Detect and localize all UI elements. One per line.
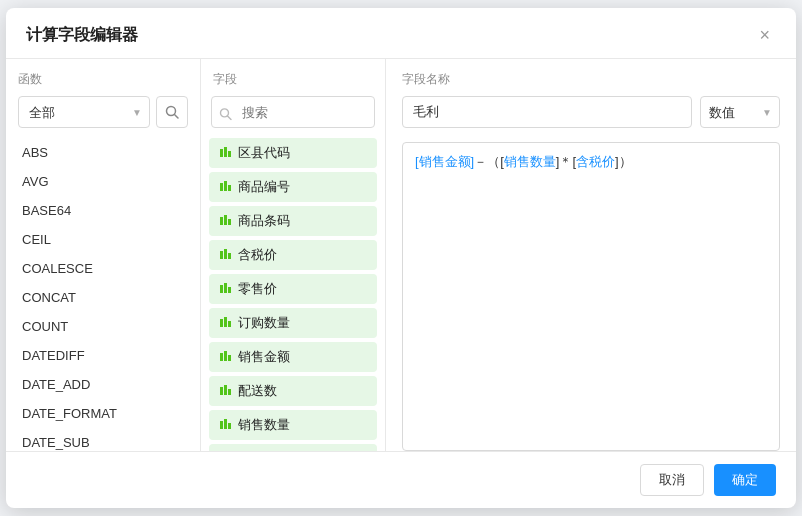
field-item-sales-amount[interactable]: 销售金额 [209,342,377,372]
svg-rect-14 [224,249,227,259]
formula-tax-price[interactable]: 含税价 [576,154,615,169]
formula-text: －（[ [474,154,504,169]
field-item-retail-price[interactable]: 零售价 [209,274,377,304]
field-item-district[interactable]: 区县代码 [209,138,377,168]
computed-field-dialog: 计算字段编辑器 × 函数 全部 数学 字符串 日期 聚合 ▼ [6,8,796,508]
dialog-header: 计算字段编辑器 × [6,8,796,59]
functions-controls: 全部 数学 字符串 日期 聚合 ▼ [6,96,200,138]
function-list: ABS AVG BASE64 CEIL COALESCE CONCAT COUN… [6,138,200,451]
svg-rect-27 [228,389,231,395]
svg-rect-4 [220,149,223,157]
formula-text: ]） [615,154,632,169]
field-list: 区县代码 商品编号 商品条码 [201,138,385,451]
bar-chart-icon [219,247,232,263]
svg-rect-16 [220,285,223,293]
field-search-icon [219,107,232,123]
svg-rect-26 [224,385,227,395]
cancel-button[interactable]: 取消 [640,464,704,496]
func-item-ceil[interactable]: CEIL [6,225,200,254]
svg-rect-10 [220,217,223,225]
bar-chart-icon [219,281,232,297]
svg-rect-22 [220,353,223,361]
field-item-sales-qty[interactable]: 销售数量 [209,410,377,440]
svg-rect-15 [228,253,231,259]
func-item-count[interactable]: COUNT [6,312,200,341]
svg-rect-20 [224,317,227,327]
field-item-longitude[interactable]: 经度 [209,444,377,451]
field-name-label: 字段名称 [402,71,780,88]
func-item-date-sub[interactable]: DATE_SUB [6,428,200,451]
field-name-row: 数值 字符串 日期 布尔 ▼ [402,96,780,128]
field-item-order-qty[interactable]: 订购数量 [209,308,377,338]
fields-panel-label: 字段 [201,71,385,96]
formula-sales-amount[interactable]: [销售金额] [415,154,474,169]
svg-rect-5 [224,147,227,157]
svg-rect-18 [228,287,231,293]
search-icon [165,105,179,119]
fields-panel: 字段 区县代码 [201,59,386,451]
type-select-wrapper: 数值 字符串 日期 布尔 ▼ [700,96,780,128]
svg-line-3 [228,116,232,120]
functions-panel: 函数 全部 数学 字符串 日期 聚合 ▼ [6,59,201,451]
dialog-body: 函数 全部 数学 字符串 日期 聚合 ▼ [6,59,796,451]
svg-rect-6 [228,151,231,157]
field-item-product-no[interactable]: 商品编号 [209,172,377,202]
function-category-wrapper: 全部 数学 字符串 日期 聚合 ▼ [18,96,150,128]
svg-rect-9 [228,185,231,191]
func-item-concat[interactable]: CONCAT [6,283,200,312]
formula-area[interactable]: [销售金额]－（[销售数量]＊[含税价]） [402,142,780,451]
func-item-avg[interactable]: AVG [6,167,200,196]
bar-chart-icon [219,417,232,433]
bar-chart-icon [219,315,232,331]
type-select[interactable]: 数值 字符串 日期 布尔 [700,96,780,128]
svg-rect-19 [220,319,223,327]
formula-text: ]＊[ [556,154,576,169]
svg-rect-25 [220,387,223,395]
func-item-datediff[interactable]: DATEDIFF [6,341,200,370]
func-item-date-format[interactable]: DATE_FORMAT [6,399,200,428]
field-label: 订购数量 [238,314,290,332]
function-category-select[interactable]: 全部 数学 字符串 日期 聚合 [18,96,150,128]
bar-chart-icon [219,349,232,365]
field-label: 销售金额 [238,348,290,366]
svg-line-1 [175,115,179,119]
field-name-input[interactable] [402,96,692,128]
field-label: 零售价 [238,280,277,298]
field-item-barcode[interactable]: 商品条码 [209,206,377,236]
field-label: 销售数量 [238,416,290,434]
field-label: 商品条码 [238,212,290,230]
dialog-title: 计算字段编辑器 [26,25,138,46]
close-button[interactable]: × [753,24,776,46]
svg-rect-21 [228,321,231,327]
svg-rect-11 [224,215,227,225]
field-item-delivery[interactable]: 配送数 [209,376,377,406]
svg-rect-28 [220,421,223,429]
svg-rect-8 [224,181,227,191]
field-label: 区县代码 [238,144,290,162]
field-label: 商品编号 [238,178,290,196]
field-label: 含税价 [238,246,277,264]
field-search-input[interactable] [211,96,375,128]
function-search-button[interactable] [156,96,188,128]
func-item-abs[interactable]: ABS [6,138,200,167]
bar-chart-icon [219,383,232,399]
func-item-date-add[interactable]: DATE_ADD [6,370,200,399]
svg-rect-23 [224,351,227,361]
svg-rect-17 [224,283,227,293]
func-item-coalesce[interactable]: COALESCE [6,254,200,283]
field-search-wrapper [201,96,385,138]
svg-rect-29 [224,419,227,429]
bar-chart-icon [219,179,232,195]
bar-chart-icon [219,213,232,229]
functions-panel-label: 函数 [6,71,200,96]
field-label: 配送数 [238,382,277,400]
formula-sales-qty[interactable]: 销售数量 [504,154,556,169]
dialog-footer: 取消 确定 [6,451,796,508]
func-item-base64[interactable]: BASE64 [6,196,200,225]
svg-rect-24 [228,355,231,361]
formula-panel: 字段名称 数值 字符串 日期 布尔 ▼ [销售金额]－（[销售数量]＊[含税价]… [386,59,796,451]
confirm-button[interactable]: 确定 [714,464,776,496]
field-item-tax-price[interactable]: 含税价 [209,240,377,270]
svg-rect-13 [220,251,223,259]
svg-rect-30 [228,423,231,429]
